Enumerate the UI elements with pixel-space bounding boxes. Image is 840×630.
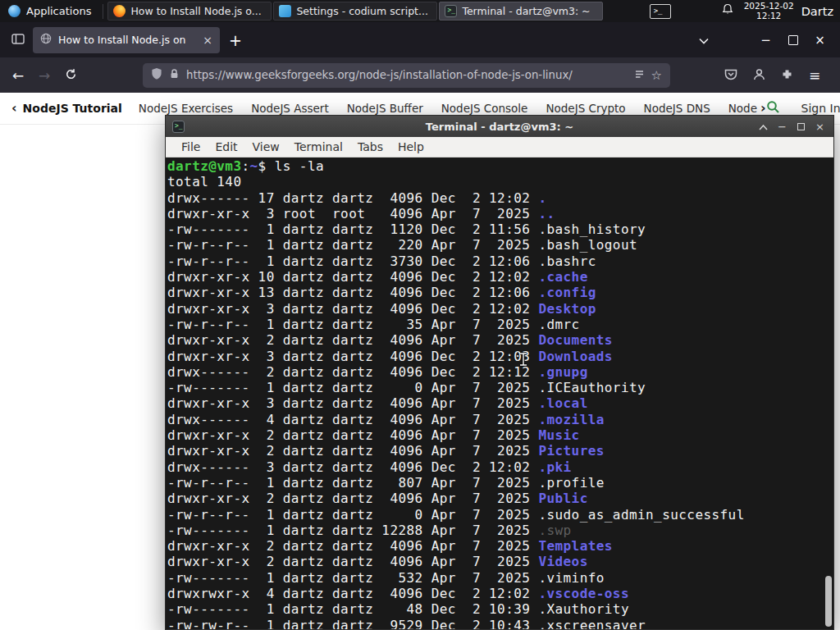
terminal-line: -rw-r--r-- 1 dartz dartz 807 Apr 7 2025 … [167,475,745,491]
notification-bell-button[interactable] [719,3,737,19]
bell-icon [722,3,733,19]
terminal-line: -rw------- 1 dartz dartz 532 Apr 7 2025 … [167,570,745,586]
taskbar-window-firefox[interactable]: How to Install Node.js o... [107,2,272,21]
terminal-line: drwxr-xr-x 10 dartz dartz 4096 Dec 2 12:… [167,269,745,285]
terminal-window: Terminal - dartz@vm3: ~ − × File Edit Vi… [165,115,834,630]
terminal-line: drwx------ 2 dartz dartz 4096 Dec 2 12:1… [167,364,745,380]
applications-icon [8,5,21,17]
nav-item[interactable]: NodeJS Exercises [139,102,233,115]
nav-scroll-left-icon[interactable]: ‹ [11,102,17,115]
pocket-save-button[interactable] [717,62,745,89]
terminal-shade-button[interactable] [754,116,773,137]
terminal-line: dartz@vm3:~$ ls -la [167,158,745,174]
maximize-icon [797,123,805,130]
pocket-icon [724,67,737,84]
terminal-line: -rw-r--r-- 1 dartz dartz 3730 Dec 2 12:0… [167,253,745,269]
tray-terminal-icon[interactable] [650,4,671,19]
terminal-maximize-button[interactable] [792,116,810,137]
tab-title: How to Install Node.js on [58,34,196,46]
reload-icon [65,67,77,84]
terminal-line: -rw-r--r-- 1 dartz dartz 35 Apr 7 2025 .… [167,317,745,332]
chevron-down-icon [699,32,709,48]
terminal-line: drwxr-xr-x 2 dartz dartz 4096 Apr 7 2025… [167,427,745,443]
firefox-view-icon [11,32,25,48]
window-minimize-button[interactable]: − [752,27,779,53]
menu-terminal[interactable]: Terminal [287,140,350,153]
url-bar[interactable]: https://www.geeksforgeeks.org/node-js/in… [143,63,670,88]
window-maximize-button[interactable] [779,27,806,53]
url-text[interactable]: https://www.geeksforgeeks.org/node-js/in… [186,69,628,81]
terminal-titlebar[interactable]: Terminal - dartz@vm3: ~ − × [166,116,833,137]
account-icon [753,67,765,84]
terminal-line: drwxr-xr-x 3 dartz dartz 4096 Dec 2 12:0… [167,349,745,364]
terminal-scrollbar-thumb[interactable] [825,576,832,627]
tab-close-icon[interactable]: × [203,34,212,47]
terminal-line: drwxr-xr-x 2 dartz dartz 4096 Apr 7 2025… [167,443,745,459]
terminal-line: -rw-rw-r-- 1 dartz dartz 9529 Dec 2 10:4… [167,618,745,629]
terminal-line: drwxr-xr-x 2 dartz dartz 4096 Apr 7 2025… [167,332,745,348]
nav-item[interactable]: NodeJS DNS [644,102,710,115]
browser-tab[interactable]: How to Install Node.js on × [33,27,220,53]
maximize-icon [788,35,798,45]
nav-item[interactable]: NodeJS Assert [251,102,329,115]
panel-clock[interactable]: 2025-12-02 12:12 [744,2,794,21]
applications-menu-button[interactable]: Applications [0,0,99,22]
menu-view[interactable]: View [245,140,287,153]
menu-tabs[interactable]: Tabs [350,140,390,153]
terminal-output: dartz@vm3:~$ ls -latotal 140drwx------ 1… [167,158,745,629]
panel-user-label: Dartz [801,5,833,18]
terminal-line: drwxr-xr-x 2 dartz dartz 4096 Apr 7 2025… [167,538,745,554]
terminal-line: -rw-r--r-- 1 dartz dartz 0 Apr 7 2025 .s… [167,507,745,523]
reload-button[interactable] [57,62,84,89]
terminal-icon [445,5,457,17]
search-button[interactable] [766,100,780,116]
firefox-view-button[interactable] [7,29,30,52]
terminal-menubar: File Edit View Terminal Tabs Help [166,137,833,158]
search-icon [766,100,780,116]
taskbar-window-codium[interactable]: Settings - codium script... [273,2,437,21]
taskbar-window-terminal[interactable]: Terminal - dartz@vm3: ~ [439,2,603,21]
nav-scroll-right-icon[interactable]: › [760,102,766,115]
bookmark-star-icon[interactable]: ☆ [651,68,662,83]
terminal-line: -rw------- 1 dartz dartz 48 Dec 2 10:39 … [167,601,745,617]
list-all-tabs-button[interactable] [692,32,716,48]
menu-file[interactable]: File [174,140,208,153]
nav-item[interactable]: Node [728,102,757,115]
account-button[interactable] [745,62,773,89]
menu-edit[interactable]: Edit [208,140,244,153]
terminal-line: drwxr-xr-x 3 root root 4096 Apr 7 2025 .… [167,206,745,221]
extensions-button[interactable] [773,62,801,89]
nav-item[interactable]: NodeJS Crypto [546,102,625,115]
terminal-line: -rw-r--r-- 1 dartz dartz 220 Apr 7 2025 … [167,237,745,253]
browser-window-controls: − × [752,27,833,53]
taskbar-window-title: Settings - codium script... [296,5,427,17]
reader-mode-icon[interactable] [634,67,645,83]
new-tab-button[interactable]: + [223,28,248,52]
terminal-title: Terminal - dartz@vm3: ~ [166,121,833,133]
app-menu-button[interactable]: ≡ [801,62,829,89]
clock-time: 12:12 [756,11,781,21]
firefox-icon [113,5,126,17]
globe-favicon-icon [40,32,52,48]
terminal-close-button[interactable]: × [810,116,829,137]
terminal-line: drwx------ 4 dartz dartz 4096 Apr 7 2025… [167,412,745,427]
terminal-minimize-button[interactable]: − [773,116,792,137]
codium-icon [279,5,291,17]
back-button[interactable]: ← [5,62,31,89]
nav-item[interactable]: NodeJS Buffer [347,102,423,115]
terminal-window-controls: − × [754,116,829,137]
terminal-line: drwxr-xr-x 3 dartz dartz 4096 Apr 7 2025… [167,395,745,411]
nav-item-nodejs-tutorial[interactable]: NodeJS Tutorial [23,102,122,115]
lock-icon [169,67,180,83]
window-close-button[interactable]: × [806,27,833,53]
terminal-line: drwxrwxr-x 4 dartz dartz 4096 Dec 2 12:0… [167,586,745,601]
mouse-ibeam-cursor [518,352,528,370]
forward-button[interactable]: → [31,62,57,89]
terminal-icon [172,121,185,133]
top-panel: Applications How to Install Node.js o...… [0,0,840,22]
sign-in-button[interactable]: Sign In [801,102,840,115]
terminal-screen[interactable]: dartz@vm3:~$ ls -latotal 140drwx------ 1… [166,158,833,629]
nav-item[interactable]: NodeJS Console [441,102,528,115]
menu-help[interactable]: Help [390,140,431,153]
panel-separator [103,4,103,19]
